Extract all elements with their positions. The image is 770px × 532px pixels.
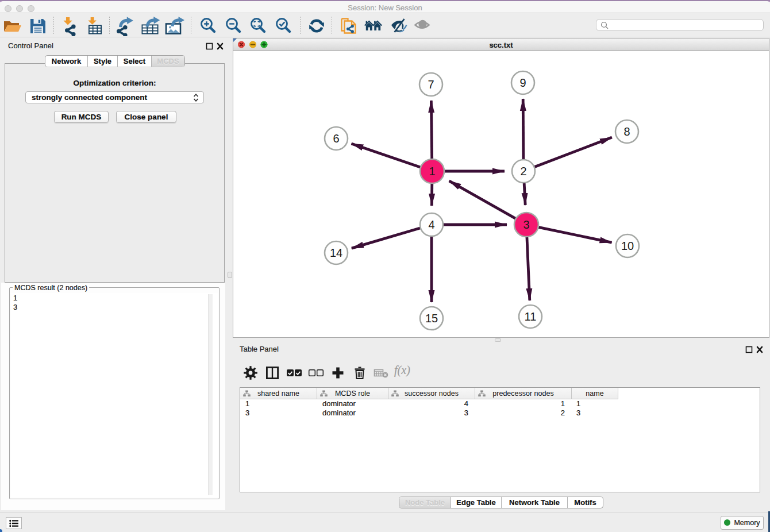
svg-text:3: 3 xyxy=(523,218,529,231)
svg-text:9: 9 xyxy=(519,76,526,89)
svg-text:15: 15 xyxy=(425,312,438,325)
svg-text:6: 6 xyxy=(333,132,339,145)
svg-text:2: 2 xyxy=(520,165,526,178)
svg-text:8: 8 xyxy=(623,125,630,138)
svg-text:14: 14 xyxy=(330,246,342,259)
svg-text:11: 11 xyxy=(525,310,537,323)
svg-text:4: 4 xyxy=(428,218,434,231)
svg-text:1: 1 xyxy=(429,165,435,178)
svg-text:10: 10 xyxy=(621,240,634,252)
svg-text:7: 7 xyxy=(428,78,434,91)
